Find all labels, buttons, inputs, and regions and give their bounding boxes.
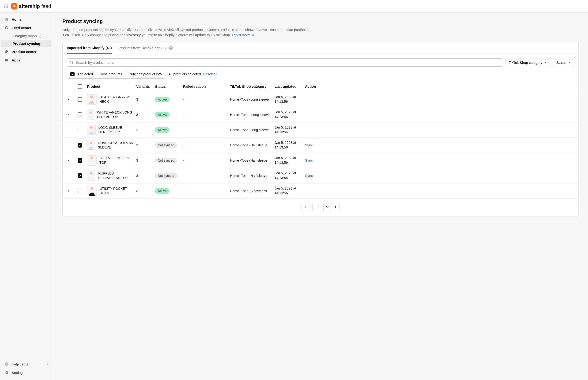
brand-badge-icon [11, 3, 17, 9]
sidebar-item-product-syncing[interactable]: Product syncing [1, 40, 51, 47]
sidebar-item-product-center[interactable]: Product center [0, 47, 53, 56]
sidebar-item-label: Settings [12, 371, 24, 375]
search-input-wrapper[interactable] [67, 58, 502, 67]
bulk-edit-button[interactable]: Bulk edit product info [126, 70, 165, 78]
row-checkbox[interactable] [78, 158, 82, 163]
expand-row-button[interactable] [67, 189, 71, 193]
variants-value: 3 [136, 158, 155, 162]
row-checkbox[interactable] [78, 112, 82, 117]
tabs: Imported from Shopify (48) Products from… [63, 42, 578, 55]
failed-reason-value: - [183, 113, 230, 116]
sidebar-item-feed-center[interactable]: Feed center [0, 23, 53, 32]
svg-text:?: ? [6, 363, 7, 365]
variants-value: 2 [136, 128, 155, 132]
category-value: Home -Tops -Half sleeve [230, 174, 275, 178]
page-input[interactable] [312, 203, 324, 211]
col-status: Status [155, 84, 183, 88]
sidebar-item-label: Product center [12, 50, 37, 54]
prev-page-button[interactable] [301, 203, 310, 211]
last-updated-value: Jan 5, 2023 at 14:13:56 [275, 140, 305, 150]
product-name: SLEEVELESS VEST TOP [99, 156, 136, 165]
col-updated: Last updated [275, 84, 305, 88]
last-updated-value: Jan 5, 2023 at 14:13:56 [275, 156, 305, 165]
filter-label: Status [556, 60, 567, 64]
sync-action-link[interactable]: Sync [305, 143, 313, 147]
svg-point-7 [90, 141, 92, 144]
row-checkbox[interactable] [78, 143, 82, 148]
checkbox-checked-icon[interactable] [70, 72, 74, 76]
table-row: UTILITY POCKET SHIRT3Active-Home -Tops -… [63, 183, 578, 199]
product-thumbnail [87, 155, 97, 166]
last-updated-value: Jan 5, 2023 at 14:13:56 [275, 95, 305, 104]
sidebar-item-help-center[interactable]: ? Help center [0, 360, 53, 368]
sidebar-item-label: Category mapping [13, 34, 41, 38]
product-table: Product Variants Status Failed reason Ti… [63, 81, 578, 199]
row-checkbox[interactable] [78, 128, 82, 132]
sync-action-link[interactable]: Sync [305, 158, 313, 162]
next-page-button[interactable] [331, 203, 339, 211]
expand-row-button[interactable] [67, 159, 71, 162]
product-syncing-card: Imported from Shopify (48) Products from… [62, 42, 579, 217]
search-input[interactable] [76, 60, 499, 64]
page-description: Only mapped products can be synced to Ti… [62, 27, 311, 38]
col-variants: Variants [136, 84, 155, 88]
bulk-selection-note: All products selected. Deselect [168, 72, 217, 76]
failed-reason-value: - [183, 173, 230, 178]
product-name: RUFFLED SLEEVELESS TOP [98, 171, 136, 180]
category-value: Home -Tops -Half sleeve [230, 159, 275, 162]
product-thumbnail [87, 125, 96, 135]
product-thumbnail [87, 186, 97, 196]
svg-rect-0 [5, 59, 8, 61]
col-product: Product [87, 84, 136, 88]
brand-text: aftership feed [19, 3, 51, 9]
status-badge: Active [155, 127, 169, 133]
select-all-checkbox[interactable] [78, 84, 82, 89]
last-updated-value: Jan 5, 2023 at 14:13:56 [275, 125, 305, 134]
help-icon[interactable]: ? [169, 46, 173, 50]
product-thumbnail [87, 110, 94, 120]
category-filter-button[interactable]: TikTok Shop category [505, 58, 550, 67]
category-value: Home -Tops - Long sleeve [230, 113, 275, 116]
brand-logo[interactable]: aftership feed [11, 3, 51, 9]
sidebar-item-category-mapping[interactable]: Category mapping [0, 32, 53, 40]
col-category: TikTok Shop category [230, 84, 275, 88]
learn-more-link[interactable]: Learn more [232, 33, 254, 37]
product-thumbnail [87, 94, 97, 105]
row-checkbox[interactable] [78, 189, 82, 193]
tab-products-tiktok[interactable]: Products from TikTok Shop (62) ? [118, 42, 173, 54]
sync-products-button[interactable]: Sync products [96, 70, 126, 78]
product-name: DOVE GRAY DOLMAN SLEEVE [98, 141, 136, 150]
svg-point-5 [90, 112, 92, 114]
status-filter-button[interactable]: Status [553, 58, 574, 67]
svg-point-8 [91, 156, 93, 159]
sync-action-link[interactable]: Sync [305, 173, 313, 178]
deselect-link[interactable]: Deselect [203, 72, 216, 76]
variants-value: 3 [136, 113, 155, 116]
sidebar-item-label: Feed center [12, 26, 31, 30]
variants-value: 3 [136, 189, 155, 193]
tab-imported-shopify[interactable]: Imported from Shopify (48) [67, 42, 112, 54]
svg-rect-1 [6, 61, 7, 62]
row-checkbox[interactable] [78, 173, 82, 178]
sidebar-item-apps[interactable]: Apps [0, 56, 53, 64]
expand-row-button[interactable] [67, 97, 71, 101]
gear-icon [4, 370, 9, 375]
status-badge: Not synced [155, 158, 177, 163]
sidebar-item-label: Help center [12, 362, 30, 366]
sidebar-item-settings[interactable]: Settings [0, 368, 53, 377]
table-header: Product Variants Status Failed reason Ti… [63, 81, 578, 92]
expand-row-button[interactable] [67, 113, 71, 116]
tab-label: Imported from Shopify (48) [67, 46, 112, 50]
last-updated-value: Jan 5, 2023 at 14:13:56 [275, 171, 305, 180]
table-row: SLEEVELESS VEST TOP3Not synced-Home -Top… [63, 153, 578, 168]
header: aftership feed [0, 0, 588, 13]
variants-value: 2 [136, 143, 155, 147]
row-checkbox[interactable] [78, 97, 82, 102]
filter-label: TikTok Shop category [509, 60, 543, 64]
sidebar-item-home[interactable]: Home [0, 15, 53, 23]
status-badge: Active [155, 112, 169, 117]
status-badge: Not synced [155, 173, 177, 178]
home-icon [4, 17, 9, 21]
app-launcher-icon[interactable] [4, 4, 8, 8]
sidebar-item-label: Home [12, 17, 21, 21]
